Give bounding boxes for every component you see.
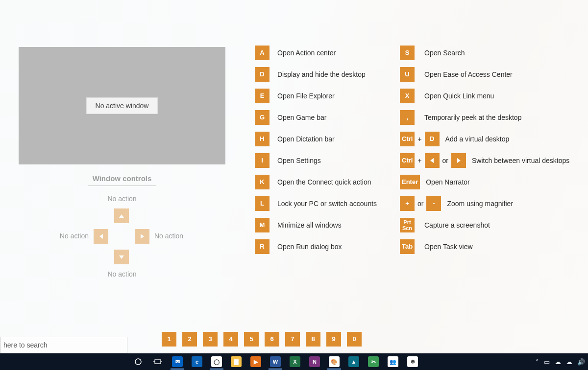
key-join: + bbox=[417, 157, 421, 164]
cloud-icon[interactable]: ☁ bbox=[555, 358, 561, 366]
taskbar-number-key[interactable]: 8 bbox=[306, 332, 320, 347]
shortcut-key[interactable]: Ctrl bbox=[400, 132, 415, 146]
shortcut-key[interactable]: G bbox=[255, 110, 270, 125]
search-input[interactable]: here to search bbox=[0, 337, 127, 353]
shortcut-keys: , bbox=[400, 110, 418, 125]
shortcut-row: ROpen Run dialog box bbox=[253, 236, 400, 257]
taskbar-app-word[interactable]: W bbox=[266, 353, 285, 370]
photos-icon: ▲ bbox=[348, 356, 359, 367]
taskbar-app-photos[interactable]: ▲ bbox=[344, 353, 364, 370]
arrow-left-key[interactable] bbox=[425, 153, 440, 168]
taskbar-number-key[interactable]: 3 bbox=[203, 332, 218, 347]
shortcut-key[interactable]: D bbox=[425, 132, 440, 146]
shortcut-desc: Open Dictation bar bbox=[271, 135, 400, 143]
taskbar-number-key[interactable]: 5 bbox=[244, 332, 259, 347]
shortcut-row: SOpen Search bbox=[400, 42, 585, 64]
shortcut-keys: Tab bbox=[400, 239, 418, 254]
shortcut-row: AOpen Action center bbox=[253, 42, 400, 64]
taskbar-app-snip[interactable]: ✂ bbox=[364, 353, 383, 370]
taskbar-number-key[interactable]: 6 bbox=[265, 332, 279, 347]
taskbar-app-edge[interactable]: e bbox=[187, 353, 207, 370]
window-controls-panel: Window controls No action No action No a… bbox=[19, 174, 225, 291]
taskbar-app-extra[interactable]: ❄ bbox=[403, 353, 422, 370]
excel-icon: X bbox=[290, 356, 300, 367]
taskbar-number-key[interactable]: 1 bbox=[162, 332, 176, 347]
shortcut-desc: Add a virtual desktop bbox=[440, 135, 585, 143]
shortcut-key[interactable]: D bbox=[255, 67, 270, 82]
taskbar-app-excel[interactable]: X bbox=[285, 353, 305, 370]
shortcut-row: EOpen File Explorer bbox=[253, 85, 400, 107]
shortcut-row: IOpen Settings bbox=[253, 150, 400, 171]
shortcut-desc: Open Game bar bbox=[271, 114, 400, 121]
shortcut-key[interactable]: Prt Scn bbox=[400, 218, 415, 232]
chevron-down-icon bbox=[119, 255, 124, 259]
battery-icon[interactable]: ▭ bbox=[544, 358, 550, 366]
shortcut-desc: Open Narrator bbox=[420, 178, 585, 186]
taskbar-app-file-explorer[interactable]: ▇ bbox=[226, 353, 246, 370]
shortcut-key[interactable]: H bbox=[255, 132, 270, 146]
shortcut-key[interactable]: S bbox=[400, 46, 415, 60]
taskbar-app-outlook[interactable]: ✉ bbox=[168, 353, 187, 370]
shortcut-key[interactable]: R bbox=[255, 239, 270, 254]
dpad: No action No action No action No action bbox=[49, 193, 196, 291]
chevron-up-icon[interactable]: ˄ bbox=[536, 358, 539, 366]
shortcut-key[interactable]: Enter bbox=[400, 175, 420, 189]
volume-icon[interactable]: 🔊 bbox=[577, 358, 585, 366]
dpad-right-button[interactable] bbox=[135, 229, 149, 244]
chevron-left-icon bbox=[99, 234, 103, 239]
shortcut-row: Prt ScnCapture a screenshot bbox=[400, 214, 585, 236]
shortcut-key[interactable]: Tab bbox=[400, 239, 415, 254]
shortcut-row: TabOpen Task view bbox=[400, 236, 585, 257]
dpad-left-button[interactable] bbox=[94, 229, 108, 244]
shortcut-column-2: SOpen SearchUOpen Ease of Access CenterX… bbox=[400, 42, 585, 257]
shortcut-row: UOpen Ease of Access Center bbox=[400, 64, 585, 85]
no-active-window-label: No active window bbox=[86, 97, 158, 114]
extra-icon: ❄ bbox=[407, 356, 418, 367]
dpad-right-label: No action bbox=[154, 232, 183, 240]
shortcut-row: EnterOpen Narrator bbox=[400, 171, 585, 193]
shortcut-row: MMinimize all windows bbox=[253, 214, 400, 236]
taskbar-number-key[interactable]: 2 bbox=[182, 332, 197, 347]
cortana-button[interactable] bbox=[128, 353, 148, 370]
taskbar-app-onenote[interactable]: N bbox=[305, 353, 324, 370]
taskbar-number-key[interactable]: 9 bbox=[326, 332, 341, 347]
taskbar-number-key[interactable]: 4 bbox=[223, 332, 238, 347]
chevron-right-icon bbox=[457, 158, 461, 163]
outlook-icon: ✉ bbox=[172, 356, 183, 367]
shortcut-key[interactable]: I bbox=[255, 153, 270, 168]
dpad-down-button[interactable] bbox=[114, 250, 129, 264]
taskbar-number-key[interactable]: 7 bbox=[285, 332, 300, 347]
shortcut-row: KOpen the Connect quick action bbox=[253, 171, 400, 193]
chevron-up-icon bbox=[119, 214, 124, 218]
taskbar-number-strip: 1234567890 bbox=[162, 332, 362, 347]
file-explorer-icon: ▇ bbox=[231, 356, 242, 367]
task-view-icon bbox=[153, 358, 162, 365]
shortcut-key[interactable]: L bbox=[255, 196, 270, 211]
taskbar-app-paint[interactable]: 🎨 bbox=[324, 353, 344, 370]
task-view-button[interactable] bbox=[148, 353, 168, 370]
shortcut-key[interactable]: U bbox=[400, 67, 415, 82]
shortcut-key[interactable]: K bbox=[255, 175, 270, 189]
dpad-up-button[interactable] bbox=[114, 208, 129, 223]
shortcut-key[interactable]: E bbox=[255, 89, 270, 103]
shortcut-desc: Open Search bbox=[418, 49, 585, 57]
shortcut-key[interactable]: A bbox=[255, 46, 270, 60]
shortcut-key[interactable]: + bbox=[400, 196, 415, 211]
shortcut-key[interactable]: - bbox=[426, 196, 441, 211]
shortcut-key[interactable]: X bbox=[400, 89, 415, 103]
taskbar-number-key[interactable]: 0 bbox=[347, 332, 362, 347]
taskbar-app-chrome[interactable]: ◯ bbox=[207, 353, 226, 370]
shortcut-keys: Enter bbox=[400, 175, 420, 189]
svg-rect-1 bbox=[155, 360, 161, 364]
taskbar-app-media[interactable]: ▶ bbox=[246, 353, 266, 370]
shortcut-key[interactable]: , bbox=[400, 110, 415, 125]
arrow-right-key[interactable] bbox=[451, 153, 466, 168]
shortcut-keys: U bbox=[400, 67, 418, 82]
shortcut-key[interactable]: Ctrl bbox=[400, 153, 415, 168]
shortcut-row: XOpen Quick Link menu bbox=[400, 85, 585, 107]
shortcut-row: Ctrl+DAdd a virtual desktop bbox=[400, 128, 585, 150]
shortcut-key[interactable]: M bbox=[255, 218, 270, 232]
shortcut-keys: Ctrl+or bbox=[400, 153, 466, 168]
taskbar-app-people[interactable]: 👥 bbox=[383, 353, 403, 370]
cloud2-icon[interactable]: ☁ bbox=[566, 358, 572, 366]
